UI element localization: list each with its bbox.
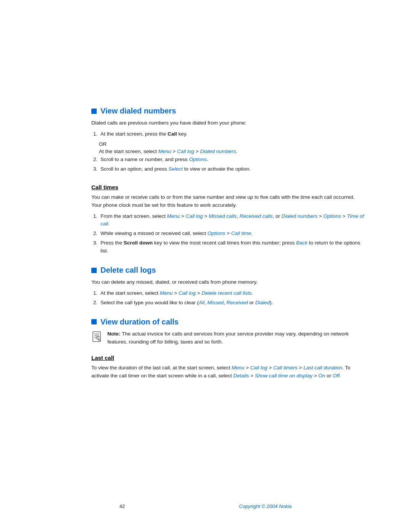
list-item: Scroll to an option, and press Select to… xyxy=(99,165,365,173)
list-item: At the start screen, press the Call key. xyxy=(99,130,365,138)
section3-intro: You can delete any missed, dialed, or re… xyxy=(91,278,365,286)
blue-square-icon xyxy=(91,268,97,273)
blue-square-icon xyxy=(91,319,97,324)
link-received-calls: Received calls xyxy=(239,213,272,219)
link-menu: Menu xyxy=(160,290,173,296)
link-dialed-numbers: Dialed numbers xyxy=(200,149,236,154)
section5-title: Last call xyxy=(91,355,114,361)
copyright: Copyright © 2004 Nokia xyxy=(239,503,292,509)
link-call-time: Call time xyxy=(231,230,251,236)
link-menu: Menu xyxy=(158,149,171,154)
footer: 42 Copyright © 2004 Nokia xyxy=(0,503,411,509)
link-call-log: Call log xyxy=(178,290,196,296)
content-area: View dialed numbers Dialed calls are pre… xyxy=(91,0,365,421)
list-item: While viewing a missed or received call,… xyxy=(99,230,365,238)
section2-title: Call times xyxy=(91,184,118,190)
link-call-log: Call log xyxy=(250,365,268,371)
section2-heading-container: Call times xyxy=(91,184,365,190)
blue-square-icon xyxy=(91,109,97,114)
list-item: Scroll to a name or number, and press Op… xyxy=(99,156,365,164)
or-text: OR xyxy=(99,141,365,147)
section5-text: To view the duration of the last call, a… xyxy=(91,364,365,380)
section3-title: Delete call logs xyxy=(100,266,156,275)
section2-intro: You can make or receive calls to or from… xyxy=(91,193,365,209)
section4-heading-container: View duration of calls xyxy=(91,318,365,326)
bold-text: Call xyxy=(167,131,177,137)
link-menu: Menu xyxy=(231,365,244,371)
section1-heading: View dialed numbers xyxy=(91,107,365,115)
list-item: Press the Scroll down key to view the mo… xyxy=(99,239,365,255)
link-missed: Missed xyxy=(207,300,224,305)
bold-scroll-down: Scroll down xyxy=(124,240,153,246)
link-on: On xyxy=(319,373,325,379)
section1-title: View dialed numbers xyxy=(100,107,176,115)
note-box: Note: The actual invoice for calls and s… xyxy=(91,330,365,346)
page: View dialed numbers Dialed calls are pre… xyxy=(0,0,411,532)
link-call-log: Call log xyxy=(177,149,194,154)
link-last-call-duration: Last call duration xyxy=(303,365,342,371)
link-delete-recent: Delete recent call lists xyxy=(202,290,252,296)
link-menu: Menu xyxy=(167,213,180,219)
at-start-screen-or: At the start screen, select Menu > Call … xyxy=(99,149,365,154)
section2-steps: From the start screen, select Menu > Cal… xyxy=(99,212,365,256)
list-item: Select the call type you would like to c… xyxy=(99,299,365,307)
note-bold: Note: xyxy=(107,331,121,337)
section5-heading-container: Last call xyxy=(91,355,365,361)
section4-title: View duration of calls xyxy=(100,318,178,326)
link-off: Off xyxy=(333,373,339,379)
section1-intro: Dialed calls are previous numbers you ha… xyxy=(91,119,365,127)
section1-steps-continued: Scroll to a name or number, and press Op… xyxy=(99,156,365,173)
link-call-log: Call log xyxy=(186,213,203,219)
link-missed-calls: Missed calls xyxy=(209,213,237,219)
note-icon xyxy=(91,331,104,343)
link-all: All xyxy=(199,300,204,305)
page-number: 42 xyxy=(119,503,125,509)
link-dialed-numbers: Dialed numbers xyxy=(282,213,318,219)
link-call-timers: Call timers xyxy=(273,365,298,371)
section3-steps: At the start screen, select Menu > Call … xyxy=(99,289,365,307)
link-options: Options xyxy=(189,157,207,162)
note-content: Note: The actual invoice for calls and s… xyxy=(107,330,365,346)
section1-steps: At the start screen, press the Call key. xyxy=(99,130,365,138)
link-options: Options xyxy=(207,230,225,236)
link-dialed: Dialed xyxy=(255,300,270,305)
section3-heading-container: Delete call logs xyxy=(91,266,365,275)
note-text: The actual invoice for calls and service… xyxy=(107,331,349,345)
link-select: Select xyxy=(169,166,183,172)
list-item: From the start screen, select Menu > Cal… xyxy=(99,212,365,228)
link-details: Details xyxy=(233,373,249,379)
link-show-call-time: Show call time on display xyxy=(255,373,313,379)
link-options: Options xyxy=(323,213,341,219)
link-back: Back xyxy=(296,240,307,246)
link-received: Received xyxy=(226,300,248,305)
list-item: At the start screen, select Menu > Call … xyxy=(99,289,365,297)
